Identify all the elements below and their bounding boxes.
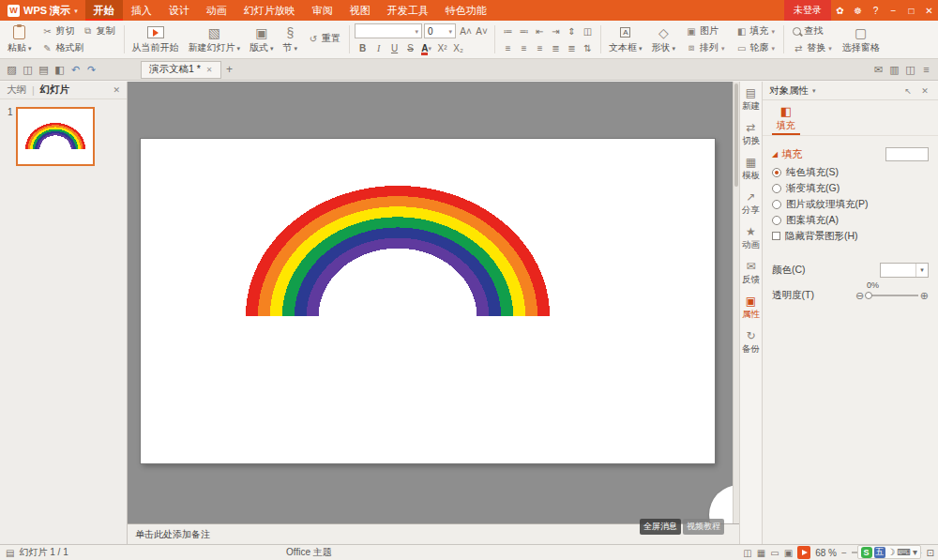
font-color-button[interactable]: A▾ bbox=[418, 40, 434, 55]
zoom-out-icon[interactable]: − bbox=[841, 548, 847, 558]
keyboard-icon[interactable]: ⌨ bbox=[898, 547, 911, 557]
menu-tab[interactable]: 开始 bbox=[85, 0, 123, 21]
tool-strip-item[interactable]: ✉ 反馈 bbox=[740, 255, 762, 290]
paste-button[interactable]: 粘贴▾ bbox=[3, 22, 37, 57]
underline-button[interactable]: U bbox=[386, 40, 402, 55]
hide-background-checkbox[interactable]: 隐藏背景图形(H) bbox=[772, 228, 929, 244]
play-from-current-button[interactable]: 从当前开始 bbox=[128, 22, 184, 57]
cut-button[interactable]: ✂剪切 bbox=[38, 23, 79, 38]
login-button[interactable]: 未登录 bbox=[784, 0, 831, 21]
textbox-button[interactable]: A 文本框▾ bbox=[604, 22, 647, 57]
menu-tab[interactable]: 审阅 bbox=[304, 0, 341, 21]
theme-name[interactable]: Office 主题 bbox=[286, 545, 332, 560]
notes-toggle-icon[interactable]: ▤ bbox=[6, 548, 14, 558]
menu-tab[interactable]: 插入 bbox=[123, 0, 160, 21]
slideshow-view-icon[interactable]: ▣ bbox=[784, 548, 793, 558]
decrease-indent-button[interactable]: ⇤ bbox=[532, 23, 548, 38]
bullets-button[interactable]: ≔ bbox=[500, 23, 516, 38]
increase-indent-button[interactable]: ⇥ bbox=[548, 23, 564, 38]
document-tab-close-icon[interactable]: ✕ bbox=[206, 66, 213, 74]
properties-tab-fill[interactable]: ◧ 填充 bbox=[772, 103, 800, 135]
maximize-button[interactable]: □ bbox=[902, 0, 920, 21]
new-document-tab-button[interactable]: + bbox=[221, 61, 238, 78]
tool-strip-item[interactable]: ★ 动画 bbox=[740, 220, 762, 255]
reading-view-icon[interactable]: ▭ bbox=[770, 548, 779, 558]
redo-icon[interactable]: ↷ bbox=[83, 61, 99, 78]
selection-pane-button[interactable]: ▢ 选择窗格 bbox=[838, 22, 885, 57]
print-icon[interactable]: ▤ bbox=[36, 61, 52, 78]
window-split-icon[interactable]: ◫ bbox=[902, 61, 918, 78]
minimize-button[interactable]: − bbox=[885, 0, 902, 21]
ime-mode-badge[interactable]: 五 bbox=[874, 547, 885, 558]
undock-icon[interactable]: ↖ bbox=[901, 86, 915, 96]
ime-logo-icon[interactable]: S bbox=[861, 547, 872, 558]
font-size-combo[interactable]: 0▾ bbox=[424, 23, 456, 38]
italic-button[interactable]: I bbox=[371, 40, 386, 55]
slider-track[interactable] bbox=[866, 295, 918, 296]
menu-tab[interactable]: 开发工具 bbox=[379, 0, 437, 21]
panel-layout-icon[interactable]: ▥ bbox=[886, 61, 902, 78]
section-expand-icon[interactable]: ◢ bbox=[772, 150, 778, 159]
minus-circle-icon[interactable]: ⊖ bbox=[855, 290, 864, 302]
arrange-button[interactable]: ⧈排列▾ bbox=[682, 40, 729, 55]
help-icon[interactable]: ? bbox=[867, 0, 885, 21]
fill-value-input[interactable] bbox=[885, 147, 929, 161]
fill-button[interactable]: ◧填充▾ bbox=[733, 23, 779, 38]
fill-option-radio[interactable]: 图片或纹理填充(P) bbox=[772, 196, 929, 212]
fill-option-radio[interactable]: 图案填充(A) bbox=[772, 212, 929, 228]
replace-button[interactable]: ⇄替换▾ bbox=[789, 40, 836, 55]
undo-icon[interactable]: ↶ bbox=[68, 61, 83, 78]
menu-tab[interactable]: 特色功能 bbox=[437, 0, 495, 21]
align-center-button[interactable]: ≡ bbox=[516, 40, 532, 55]
numbering-button[interactable]: ≕ bbox=[516, 23, 532, 38]
tool-strip-item[interactable]: ▦ 模板 bbox=[740, 151, 762, 186]
columns-button[interactable]: ◫ bbox=[580, 23, 596, 38]
section-button[interactable]: § 节▾ bbox=[279, 22, 303, 57]
tool-strip-item[interactable]: ▤ 新建 bbox=[740, 82, 762, 116]
fit-to-window-icon[interactable]: ⊡ bbox=[927, 548, 934, 558]
normal-view-icon[interactable]: ◫ bbox=[743, 548, 751, 558]
menu-tab[interactable]: 动画 bbox=[198, 0, 235, 21]
format-painter-button[interactable]: ✎格式刷 bbox=[38, 40, 88, 55]
open-icon[interactable]: ▨ bbox=[4, 61, 20, 78]
copy-button[interactable]: ⧉复制 bbox=[79, 23, 119, 38]
tab-slides[interactable]: 幻灯片 bbox=[40, 83, 70, 97]
menu-tab[interactable]: 视图 bbox=[341, 0, 379, 21]
find-button[interactable]: 查找 bbox=[789, 23, 826, 38]
tab-outline[interactable]: 大纲 bbox=[7, 83, 26, 97]
fill-option-radio[interactable]: 纯色填充(S) bbox=[772, 164, 929, 180]
print-preview-icon[interactable]: ◧ bbox=[52, 61, 68, 78]
outline-button[interactable]: ▭轮廓▾ bbox=[733, 40, 779, 55]
picture-button[interactable]: ▣图片 bbox=[682, 23, 722, 38]
superscript-button[interactable]: X² bbox=[434, 40, 450, 55]
plus-circle-icon[interactable]: ⊕ bbox=[920, 290, 929, 302]
color-dropdown[interactable]: ▾ bbox=[880, 263, 929, 278]
settings-gear-icon[interactable]: ☸ bbox=[849, 0, 867, 21]
strikethrough-button[interactable]: S bbox=[402, 40, 418, 55]
close-panel-icon[interactable]: ✕ bbox=[918, 86, 931, 96]
document-tab[interactable]: 演示文稿1 * ✕ bbox=[141, 61, 221, 79]
line-spacing-button[interactable]: ⇕ bbox=[564, 23, 580, 38]
slide-canvas[interactable] bbox=[141, 139, 715, 463]
justify-button[interactable]: ≣ bbox=[548, 40, 564, 55]
slide-thumbnail[interactable] bbox=[16, 107, 95, 166]
app-logo[interactable]: W WPS 演示 ▾ bbox=[0, 0, 85, 21]
tool-strip-item[interactable]: ↻ 备份 bbox=[740, 325, 762, 359]
shapes-button[interactable]: ◇ 形状▾ bbox=[647, 22, 681, 57]
transparency-slider[interactable]: 0% ⊖ ⊕ bbox=[855, 290, 929, 302]
tray-caret-icon[interactable]: ▾ bbox=[913, 548, 917, 557]
more-menu-icon[interactable]: ≡ bbox=[918, 61, 934, 78]
decrease-font-button[interactable]: A˅ bbox=[474, 23, 490, 38]
text-direction-button[interactable]: ⇅ bbox=[580, 40, 596, 55]
font-family-combo[interactable]: ▾ bbox=[355, 23, 422, 38]
tool-strip-item[interactable]: ↗ 分享 bbox=[740, 186, 762, 220]
increase-font-button[interactable]: A˄ bbox=[458, 23, 474, 38]
subscript-button[interactable]: X₂ bbox=[450, 40, 466, 55]
close-button[interactable]: ✕ bbox=[920, 0, 938, 21]
message-icon[interactable]: ✉ bbox=[870, 61, 886, 78]
vertical-scrollbar[interactable] bbox=[733, 82, 739, 523]
play-slideshow-button[interactable] bbox=[797, 546, 810, 559]
align-right-button[interactable]: ≡ bbox=[532, 40, 548, 55]
save-icon[interactable]: ◫ bbox=[20, 61, 36, 78]
skin-icon[interactable]: ✿ bbox=[831, 0, 849, 21]
